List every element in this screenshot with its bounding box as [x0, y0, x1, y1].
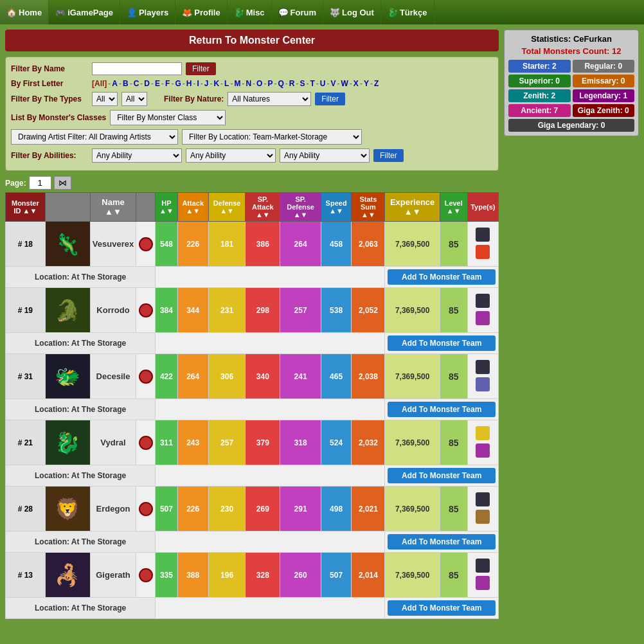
nav-igamepage[interactable]: 🎮 iGamePage — [49, 0, 120, 24]
letter-all[interactable]: [All] — [92, 79, 107, 88]
th-level[interactable]: Level ▲▼ — [440, 193, 467, 222]
type1-select[interactable]: All — [92, 92, 118, 106]
letter-f[interactable]: F — [165, 79, 170, 88]
th-speed[interactable]: Speed ▲▼ — [321, 193, 352, 222]
add-to-team-btn[interactable]: Add To Monster Team — [388, 402, 496, 417]
th-exp[interactable]: Experience ▲▼ — [385, 193, 440, 222]
nav-language[interactable]: 🐉 Türkçe — [381, 0, 434, 24]
stat-ancient[interactable]: Ancient: 7 — [508, 104, 571, 117]
monster-level: 85 — [440, 288, 467, 333]
letter-i[interactable]: I — [197, 79, 199, 88]
letter-c[interactable]: C — [134, 79, 139, 88]
th-spdef[interactable]: SP. Defense ▲▼ — [280, 193, 321, 222]
type2-select[interactable]: All — [121, 92, 147, 106]
letter-e[interactable]: E — [155, 79, 160, 88]
letter-y[interactable]: Y — [364, 79, 369, 88]
letter-l[interactable]: L — [224, 79, 229, 88]
th-stats[interactable]: Stats Sum ▲▼ — [352, 193, 385, 222]
letter-j[interactable]: J — [204, 79, 209, 88]
letter-m[interactable]: M — [234, 79, 240, 88]
stat-emissary[interactable]: Emissary: 0 — [573, 75, 635, 87]
nav-players[interactable]: 👤 Players — [120, 0, 175, 24]
monster-image-cell[interactable]: 🦎 — [45, 222, 90, 267]
monster-name[interactable]: Korrodo — [90, 288, 136, 333]
add-to-team-btn[interactable]: Add To Monster Team — [388, 600, 496, 616]
nav-forum[interactable]: 💬 Forum — [272, 0, 323, 24]
letter-r[interactable]: R — [289, 79, 295, 88]
monster-nature-icon[interactable] — [136, 420, 156, 465]
letter-n[interactable]: N — [246, 79, 251, 88]
monster-image-cell[interactable]: 🦁 — [45, 487, 90, 532]
monster-image-cell[interactable]: 🦂 — [45, 553, 90, 598]
location-select[interactable]: Filter By Location: Team-Market-Storage — [182, 129, 362, 145]
class-select[interactable]: Filter By Monster Class — [110, 110, 226, 125]
monster-nature-icon[interactable] — [136, 553, 156, 598]
th-id[interactable]: Monster ID ▲▼ — [6, 193, 46, 222]
letter-z[interactable]: Z — [374, 79, 379, 88]
stat-regular[interactable]: Regular: 0 — [573, 60, 635, 73]
letter-w[interactable]: W — [341, 79, 348, 88]
monster-image-cell[interactable]: 🐊 — [45, 288, 90, 333]
monster-name[interactable]: Vydral — [90, 420, 136, 465]
stat-starter[interactable]: Starter: 2 — [508, 60, 571, 73]
nature-filter-btn[interactable]: Filter — [315, 93, 345, 105]
ability-filter-btn[interactable]: Filter — [373, 149, 404, 162]
monster-name[interactable]: Decesile — [90, 354, 136, 399]
nav-profile[interactable]: 🦊 Profile — [175, 0, 227, 24]
letter-q[interactable]: Q — [278, 79, 283, 88]
filter-name-input[interactable] — [92, 62, 182, 75]
nav-logout[interactable]: 🐺 Log Out — [323, 0, 381, 24]
letter-d[interactable]: D — [144, 79, 150, 88]
page-go-btn[interactable]: ⋈ — [54, 176, 71, 190]
letter-k[interactable]: K — [213, 79, 219, 88]
stat-superior[interactable]: Superior: 0 — [508, 75, 571, 87]
monster-nature-icon[interactable] — [136, 487, 156, 532]
language-icon: 🐉 — [388, 8, 398, 17]
letter-p[interactable]: P — [267, 79, 273, 88]
ability1-select[interactable]: Any Ability — [92, 148, 182, 163]
letter-v[interactable]: V — [331, 79, 336, 88]
stat-giga-legendary[interactable]: Giga Legendary: 0 — [508, 119, 634, 132]
letter-t[interactable]: T — [310, 79, 315, 88]
ability2-select[interactable]: Any Ability — [186, 148, 276, 163]
add-btn-cell: Add To Monster Team — [385, 267, 499, 288]
monster-nature-icon[interactable] — [136, 222, 156, 267]
nature-select[interactable]: All Natures — [228, 92, 311, 106]
stat-zenith[interactable]: Zenith: 2 — [508, 89, 571, 102]
add-to-team-btn[interactable]: Add To Monster Team — [388, 269, 496, 285]
monster-name[interactable]: Erdegon — [90, 487, 136, 532]
monster-id: # 13 — [6, 553, 46, 598]
page-input[interactable] — [29, 176, 51, 190]
monster-nature-icon[interactable] — [136, 354, 156, 399]
filter-name-button[interactable]: Filter — [186, 62, 216, 75]
monster-nature-icon[interactable] — [136, 288, 156, 333]
letter-u[interactable]: U — [320, 79, 326, 88]
monster-image-cell[interactable]: 🐲 — [45, 354, 90, 399]
letter-s[interactable]: S — [300, 79, 305, 88]
letter-b[interactable]: B — [123, 79, 129, 88]
artist-select[interactable]: Drawing Artist Filter: All Drawing Artis… — [11, 129, 178, 145]
th-hp[interactable]: HP ▲▼ — [156, 193, 177, 222]
stat-giga-zenith[interactable]: Giga Zenith: 0 — [573, 104, 635, 117]
th-spatk[interactable]: SP. Attack ▲▼ — [246, 193, 280, 222]
ability3-select[interactable]: Any Ability — [280, 148, 370, 163]
nav-misc[interactable]: 🐉 Misc — [228, 0, 272, 24]
letter-a[interactable]: A — [112, 79, 118, 88]
add-to-team-btn[interactable]: Add To Monster Team — [388, 468, 496, 483]
monster-name[interactable]: Gigerath — [90, 553, 136, 598]
letter-x[interactable]: X — [353, 79, 359, 88]
letter-o[interactable]: O — [256, 79, 262, 88]
nav-home[interactable]: 🏠 Home — [0, 0, 49, 24]
add-to-team-btn[interactable]: Add To Monster Team — [388, 335, 496, 351]
stat-legendary[interactable]: Legendary: 1 — [573, 89, 635, 102]
monster-name[interactable]: Vesuverex — [90, 222, 136, 267]
th-type[interactable]: Type(s) — [467, 193, 498, 222]
letter-g[interactable]: G — [175, 79, 181, 88]
th-atk[interactable]: Attack ▲▼ — [177, 193, 208, 222]
th-name[interactable]: Name ▲▼ — [90, 193, 136, 222]
monster-image-cell[interactable]: 🐉 — [45, 420, 90, 465]
monster-types — [467, 354, 498, 399]
th-def[interactable]: Defense ▲▼ — [208, 193, 245, 222]
add-to-team-btn[interactable]: Add To Monster Team — [388, 534, 496, 550]
letter-h[interactable]: H — [186, 79, 192, 88]
